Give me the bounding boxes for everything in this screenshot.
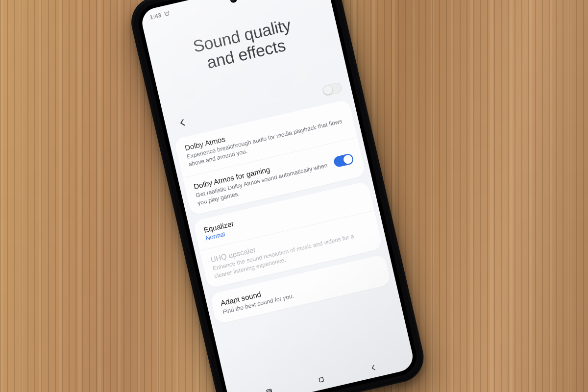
phone-frame: 1:43 (126, 0, 429, 392)
master-toggle[interactable] (321, 82, 343, 97)
chevron-left-icon (176, 117, 189, 131)
svg-rect-9 (319, 377, 324, 382)
recent-apps-icon (265, 387, 274, 392)
nav-back-button[interactable] (362, 356, 385, 380)
toggle-dolby-atmos-gaming[interactable] (333, 153, 354, 168)
alarm-icon (163, 10, 170, 17)
page-title: Sound quality and effects (159, 8, 329, 81)
back-button[interactable] (173, 114, 193, 134)
nav-home-button[interactable] (310, 368, 333, 392)
home-icon (317, 375, 326, 384)
phone-screen: 1:43 (139, 0, 416, 392)
status-time: 1:43 (149, 12, 162, 21)
phone-bezel: 1:43 (135, 0, 420, 392)
back-nav-icon (368, 363, 378, 372)
svg-line-7 (267, 391, 271, 392)
settings-list: Dolby Atmos Experience breakthrough audi… (169, 98, 411, 392)
